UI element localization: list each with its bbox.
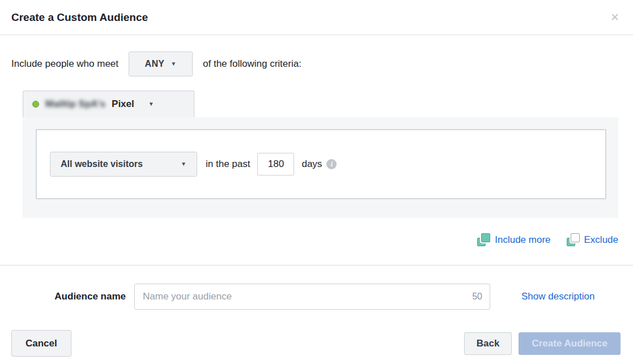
audience-name-label: Audience name [11,291,134,302]
audience-name-input[interactable] [134,284,490,310]
char-limit-counter: 50 [472,292,482,302]
back-button[interactable]: Back [464,332,512,355]
chevron-down-icon: ▼ [181,161,186,167]
retention-days-input[interactable] [257,153,294,175]
close-icon[interactable]: ✕ [610,12,619,23]
exclude-link[interactable]: Exclude [567,233,618,246]
include-more-label: Include more [495,234,550,246]
footer-buttons-row: Cancel Back Create Audience [11,330,621,357]
criteria-prefix-text: Include people who meet [11,58,118,70]
dialog-footer: Audience name 50 Show description Cancel… [0,265,633,357]
website-event-value: All website visitors [61,159,143,169]
exclude-icon [567,233,580,246]
exclude-label: Exclude [584,234,618,246]
match-type-dropdown[interactable]: ANY ▼ [129,52,193,76]
pixel-source-dropdown[interactable]: Mailtip SpA's Pixel ▼ [23,91,194,117]
show-description-link[interactable]: Show description [521,291,594,302]
audience-name-input-wrap: 50 [134,284,490,310]
pixel-label: Pixel [112,99,134,110]
website-event-dropdown[interactable]: All website visitors ▼ [50,152,197,177]
condition-actions-row: Include more Exclude [11,233,618,246]
rule-box: All website visitors ▼ in the past days … [36,129,606,199]
dialog-header: Create a Custom Audience ✕ [0,0,633,35]
dialog-body: Include people who meet ANY ▼ of the fol… [0,52,633,246]
match-type-value: ANY [145,59,165,69]
pixel-owner-name-redacted: Mailtip SpA's [45,99,105,110]
rule-panel: All website visitors ▼ in the past days … [23,117,618,218]
include-more-icon [477,233,490,246]
info-tooltip-icon[interactable]: i [326,159,337,169]
criteria-row: Include people who meet ANY ▼ of the fol… [11,52,618,76]
include-more-link[interactable]: Include more [477,233,550,246]
create-custom-audience-dialog: Create a Custom Audience ✕ Include peopl… [0,0,633,364]
chevron-down-icon: ▼ [171,61,176,67]
criteria-suffix-text: of the following criteria: [203,58,301,70]
dialog-title: Create a Custom Audience [11,11,148,24]
pixel-active-status-icon [32,101,39,108]
days-label: days [301,159,322,170]
in-the-past-text: in the past [206,159,250,170]
cancel-button[interactable]: Cancel [11,330,71,357]
audience-name-row: Audience name 50 Show description [11,284,621,310]
chevron-down-icon: ▼ [148,101,154,107]
create-audience-button[interactable]: Create Audience [519,332,621,355]
